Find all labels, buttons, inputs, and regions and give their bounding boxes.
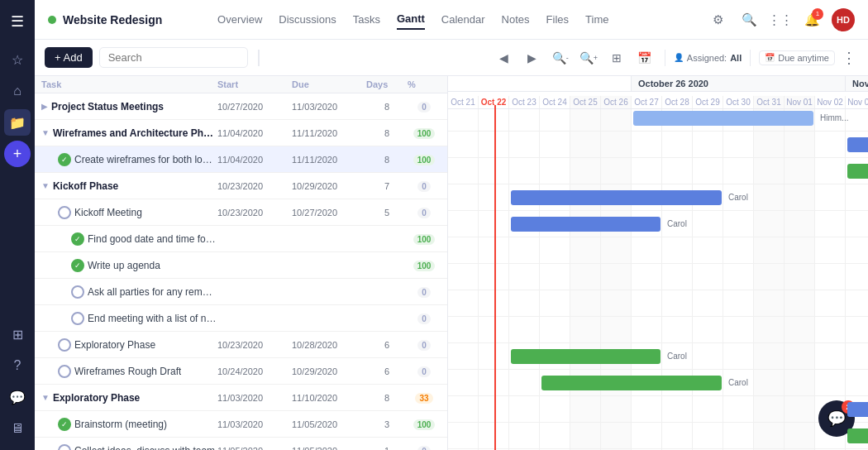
search-icon[interactable]: 🔍 xyxy=(737,8,761,31)
hamburger-icon[interactable]: ☰ xyxy=(4,8,31,35)
gantt-bar[interactable]: Carol xyxy=(541,376,722,390)
notification-icon[interactable]: 🔔 1 xyxy=(800,8,823,31)
gantt-cell xyxy=(509,237,540,263)
more-options-button[interactable]: ⋮ xyxy=(840,49,858,67)
chevron-right-icon[interactable]: ▶ xyxy=(41,102,48,111)
next-button[interactable]: ▶ xyxy=(521,46,544,69)
gantt-cell xyxy=(693,396,723,422)
view-tasks-filter[interactable]: 📅 Due anytime xyxy=(759,50,835,65)
gantt-cell xyxy=(448,423,479,448)
chevron-down-icon[interactable]: ▼ xyxy=(41,393,50,402)
gantt-day-6: Oct 27 xyxy=(632,96,662,108)
gantt-cell xyxy=(509,317,540,342)
task-row[interactable]: ▼ Exploratory Phase 11/03/2020 11/10/202… xyxy=(35,385,447,411)
nav-files[interactable]: Files xyxy=(546,10,569,29)
nav-overview[interactable]: Overview xyxy=(217,10,262,29)
task-row[interactable]: ✓ Find good date and time for all... 100 xyxy=(35,226,447,252)
gantt-bar[interactable] xyxy=(847,428,868,443)
home-icon[interactable]: ⌂ xyxy=(4,78,31,104)
apps-icon[interactable]: ⋮⋮ xyxy=(769,8,792,31)
nav-notes[interactable]: Notes xyxy=(502,10,530,29)
gantt-bar[interactable] xyxy=(847,137,868,152)
prev-button[interactable]: ◀ xyxy=(493,46,516,69)
gantt-bar[interactable]: Carol xyxy=(511,190,722,205)
gantt-cell xyxy=(785,370,815,395)
gantt-cell xyxy=(693,132,723,157)
chevron-down-icon[interactable]: ▼ xyxy=(41,128,50,137)
gantt-day-3: Oct 24 xyxy=(540,96,570,108)
days: 5 xyxy=(366,208,408,218)
gantt-cell xyxy=(754,211,785,237)
zoom-out-button[interactable]: 🔍- xyxy=(549,46,572,69)
gantt-cell xyxy=(632,396,662,422)
gantt-cell xyxy=(785,317,815,342)
pct-badge: 33 xyxy=(415,393,432,404)
gantt-day-13: Nov 03 xyxy=(846,96,868,108)
gantt-cell xyxy=(632,317,662,342)
avatar[interactable]: HD xyxy=(832,8,855,31)
start-date: 10/27/2020 xyxy=(217,102,292,112)
gantt-cell xyxy=(509,290,540,316)
task-row[interactable]: ✓ Write up agenda 100 xyxy=(35,252,447,279)
nav-tasks[interactable]: Tasks xyxy=(353,10,380,29)
task-row[interactable]: Ask all parties for any remarks... 0 xyxy=(35,279,447,305)
task-row[interactable]: ✓ Brainstorm (meeting) 11/03/2020 11/05/… xyxy=(35,411,447,438)
nav-discussions[interactable]: Discussions xyxy=(279,10,336,29)
task-name-text: End meeting with a list of need... xyxy=(88,313,217,324)
star-icon[interactable]: ☆ xyxy=(4,46,31,73)
task-row[interactable]: Wireframes Rough Draft 10/24/2020 10/29/… xyxy=(35,358,447,385)
task-row[interactable]: ▼ Kickoff Phase 10/23/2020 10/29/2020 7 … xyxy=(35,173,447,199)
task-row[interactable]: ▼ Wireframes and Architecture Phase 11/0… xyxy=(35,120,447,146)
zoom-in-button[interactable]: 🔍+ xyxy=(577,46,600,69)
gantt-bar[interactable] xyxy=(847,164,868,179)
task-row[interactable]: Exploratory Phase 10/23/2020 10/28/2020 … xyxy=(35,332,447,358)
fit-button[interactable]: ⊞ xyxy=(605,46,628,69)
search-input[interactable] xyxy=(99,47,248,68)
task-name-text: Exploratory Phase xyxy=(53,392,140,404)
assigned-filter[interactable]: 👤 Assigned: All xyxy=(674,53,742,63)
gantt-cell xyxy=(540,396,570,422)
help-icon[interactable]: ? xyxy=(4,352,31,379)
task-row[interactable]: ✓ Create wireframes for both look a... 1… xyxy=(35,146,447,173)
task-row[interactable]: Collect ideas, discuss with team 11/05/2… xyxy=(35,438,447,450)
gantt-day-10: Oct 31 xyxy=(754,96,785,108)
gantt-cell xyxy=(479,184,509,210)
calendar-button[interactable]: 📅 xyxy=(633,46,656,69)
gantt-cell xyxy=(448,237,479,263)
gantt-chart[interactable]: October 26 2020November 02 2020Oct 21Oct… xyxy=(448,76,868,450)
gantt-cell xyxy=(785,396,815,422)
gantt-cell xyxy=(662,317,693,342)
gantt-cell xyxy=(723,290,754,316)
task-row[interactable]: Kickoff Meeting 10/23/2020 10/27/2020 5 … xyxy=(35,199,447,226)
task-list: Task Start Due Days % ▶ Project Status M… xyxy=(35,76,448,450)
nav-time[interactable]: Time xyxy=(585,10,608,29)
gantt-bar[interactable]: Carol xyxy=(511,349,661,364)
gantt-cell xyxy=(479,370,509,395)
chat-icon[interactable]: 💬 xyxy=(4,384,31,410)
due-date: 10/27/2020 xyxy=(292,208,366,218)
nav-gantt[interactable]: Gantt xyxy=(397,9,425,30)
add-button[interactable]: + Add xyxy=(45,47,93,68)
task-row[interactable]: ▶ Project Status Meetings 10/27/2020 11/… xyxy=(35,93,447,120)
add-icon[interactable]: + xyxy=(4,141,31,167)
gantt-cell xyxy=(846,370,868,395)
gantt-cell xyxy=(448,264,479,290)
task-row[interactable]: End meeting with a list of need... 0 xyxy=(35,305,447,332)
due-date: 11/11/2020 xyxy=(292,128,366,138)
gantt-bar[interactable]: Himm... xyxy=(633,111,813,126)
gantt-cell xyxy=(632,290,662,316)
gantt-bar[interactable]: Carol xyxy=(511,217,661,232)
gantt-cell xyxy=(540,423,570,448)
gantt-cell xyxy=(815,317,846,342)
grid-icon[interactable]: ⊞ xyxy=(4,321,31,347)
chevron-down-icon[interactable]: ▼ xyxy=(41,181,50,190)
monitor-icon[interactable]: 🖥 xyxy=(4,415,31,442)
days: 8 xyxy=(366,155,408,165)
folder-icon[interactable]: 📁 xyxy=(4,109,31,136)
gantt-cell xyxy=(570,237,601,263)
gantt-row xyxy=(448,290,868,317)
gantt-bar[interactable] xyxy=(847,402,868,417)
days: 1 xyxy=(366,446,408,451)
nav-calendar[interactable]: Calendar xyxy=(441,10,485,29)
settings-icon[interactable]: ⚙ xyxy=(706,8,729,31)
